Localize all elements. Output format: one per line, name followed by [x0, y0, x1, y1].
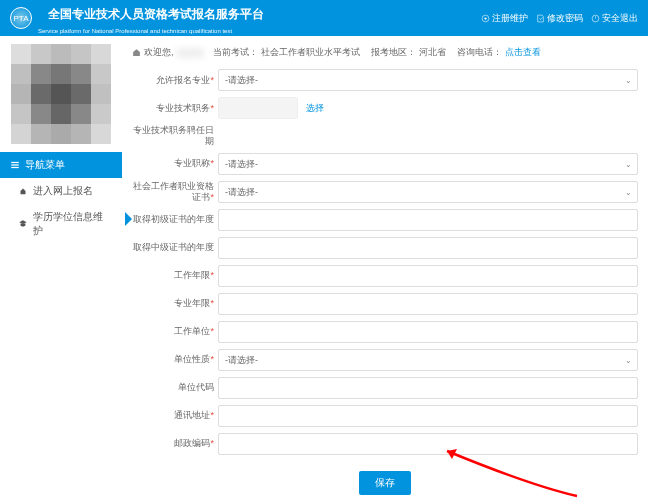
label-work-years: 工作年限* [132, 270, 218, 281]
nav-header: 导航菜单 [0, 152, 122, 178]
input-mid-year[interactable] [218, 237, 638, 259]
svg-rect-4 [11, 164, 19, 165]
select-unit-nature[interactable]: -请选择- [218, 349, 638, 371]
input-pro-years[interactable] [218, 293, 638, 315]
label-unit-nature: 单位性质* [132, 354, 218, 365]
nav-item-online-register[interactable]: 进入网上报名 [0, 178, 122, 204]
input-work-years[interactable] [218, 265, 638, 287]
main-content: 欢迎您, 当前考试：社会工作者职业水平考试 报考地区：河北省 咨询电话：点击查看… [122, 36, 648, 500]
input-unit-code[interactable] [218, 377, 638, 399]
input-work-unit[interactable] [218, 321, 638, 343]
label-primary-year: 取得初级证书的年度 [132, 214, 218, 225]
label-tech-post: 专业技术职务* [132, 103, 218, 114]
tech-post-select-link[interactable]: 选择 [306, 102, 324, 115]
hand-icon [18, 186, 28, 196]
username-blurred [177, 48, 205, 58]
input-primary-year[interactable] [218, 209, 638, 231]
label-pro-years: 专业年限* [132, 298, 218, 309]
logo-icon: PTA [10, 7, 32, 29]
svg-rect-5 [11, 167, 19, 168]
input-address[interactable] [218, 405, 638, 427]
label-postcode: 邮政编码* [132, 438, 218, 449]
label-tech-post-date: 专业技术职务聘任日期 [132, 125, 218, 147]
label-allow-major: 允许报名专业* [132, 75, 218, 86]
input-postcode[interactable] [218, 433, 638, 455]
label-work-unit: 工作单位* [132, 326, 218, 337]
nav-item-education[interactable]: 学历学位信息维护 [0, 204, 122, 244]
app-header: PTA 全国专业技术人员资格考试报名服务平台 Service platform … [0, 0, 648, 36]
menu-icon [10, 160, 20, 170]
svg-rect-3 [11, 162, 19, 163]
label-mid-year: 取得中级证书的年度 [132, 242, 218, 253]
label-address: 通讯地址* [132, 410, 218, 421]
label-sw-cert: 社会工作者职业资格证书* [132, 181, 218, 203]
select-allow-major[interactable]: -请选择- [218, 69, 638, 91]
graduation-icon [18, 219, 28, 229]
section-marker-icon [125, 212, 132, 226]
select-sw-cert[interactable]: -请选择- [218, 181, 638, 203]
avatar [11, 44, 111, 144]
logout-link[interactable]: 安全退出 [591, 12, 638, 25]
label-pro-title: 专业职称* [132, 158, 218, 169]
home-icon [132, 48, 141, 57]
svg-point-1 [484, 17, 486, 19]
save-button[interactable]: 保存 [359, 471, 411, 495]
select-pro-title[interactable]: -请选择- [218, 153, 638, 175]
register-link[interactable]: 注册维护 [481, 12, 528, 25]
breadcrumb: 欢迎您, 当前考试：社会工作者职业水平考试 报考地区：河北省 咨询电话：点击查看 [132, 42, 638, 69]
sidebar: 导航菜单 进入网上报名 学历学位信息维护 [0, 36, 122, 500]
label-unit-code: 单位代码 [132, 382, 218, 393]
tech-post-display [218, 97, 298, 119]
change-password-link[interactable]: 修改密码 [536, 12, 583, 25]
header-title: 全国专业技术人员资格考试报名服务平台 Service platform for … [38, 1, 274, 35]
phone-view-link[interactable]: 点击查看 [505, 46, 541, 59]
